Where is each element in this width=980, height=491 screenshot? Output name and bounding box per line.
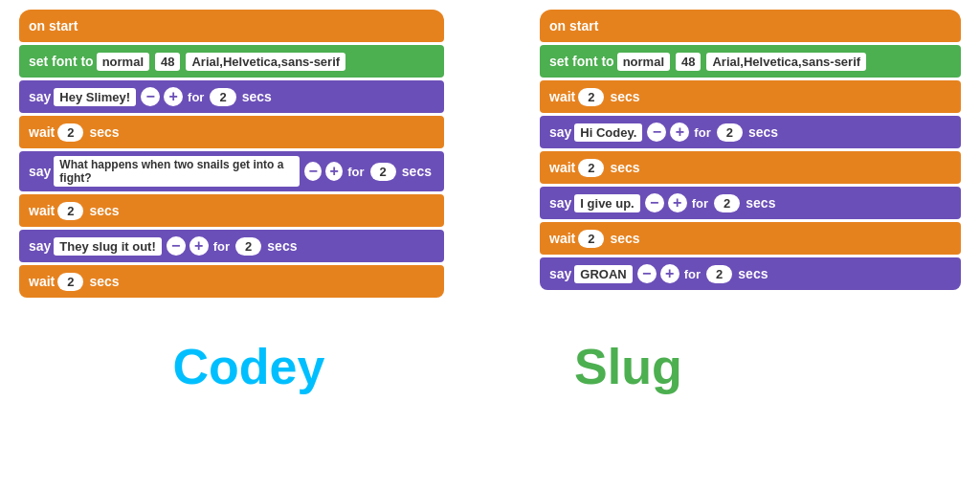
right-say1-label: say [549,124,571,140]
right-say1-secs: secs [748,124,778,140]
on-start-label: on start [29,18,78,33]
right-say3-minus-btn[interactable]: − [637,264,657,283]
right-set-font-label: set font to [549,54,614,69]
right-say1-plus-btn[interactable]: + [670,123,689,142]
right-wait3-val[interactable]: 2 [578,230,604,248]
right-wait1-block[interactable]: wait 2 secs [540,80,961,113]
say1-label: say [29,89,51,104]
right-say2-secs-val[interactable]: 2 [714,194,740,212]
wait3-label: wait [29,274,55,289]
right-script: on start set font to normal 48 Arial,Hel… [540,10,961,300]
right-say2-secs: secs [746,195,775,211]
say3-for: for [213,239,230,254]
right-say3-plus-btn[interactable]: + [660,264,679,283]
right-wait2-label: wait [549,160,575,175]
wait1-label: wait [29,124,55,140]
left-say1-block[interactable]: say Hey Slimey! − + for 2 secs [19,80,444,113]
right-wait2-block[interactable]: wait 2 secs [540,151,961,184]
left-on-start-block[interactable]: on start [19,10,444,42]
left-say3-block[interactable]: say They slug it out! − + for 2 secs [19,230,444,262]
wait1-val[interactable]: 2 [57,123,83,142]
right-set-font-block[interactable]: set font to normal 48 Arial,Helvetica,sa… [540,45,961,78]
codey-label: Codey [173,339,325,394]
right-font-family-input[interactable]: Arial,Helvetica,sans-serif [706,53,866,71]
left-wait1-block[interactable]: wait 2 secs [19,116,444,148]
right-font-size-input[interactable]: 48 [676,53,701,71]
say3-label: say [29,238,51,254]
wait2-label: wait [29,203,55,218]
wait2-secs: secs [89,203,119,218]
right-wait1-label: wait [549,89,575,104]
say1-secs: secs [242,89,272,104]
right-say1-for: for [694,125,710,140]
left-set-font-block[interactable]: set font to normal 48 Arial,Helvetica,sa… [19,45,444,78]
wait1-secs: secs [89,124,119,140]
left-wait2-block[interactable]: wait 2 secs [19,194,444,227]
say3-text-input[interactable]: They slug it out! [54,237,161,256]
wait2-val[interactable]: 2 [57,202,83,220]
right-say2-text-input[interactable]: I give up. [574,194,639,212]
right-say1-secs-val[interactable]: 2 [717,123,743,142]
right-say3-for: for [684,267,701,281]
right-on-start-label: on start [549,18,598,33]
right-say3-label: say [549,266,571,281]
left-wait3-block[interactable]: wait 2 secs [19,265,444,298]
character-labels: Codey Slug [0,319,980,405]
right-say2-plus-btn[interactable]: + [668,193,687,212]
say2-minus-btn[interactable]: − [304,162,322,181]
right-wait3-label: wait [549,231,575,246]
say1-for: for [188,90,204,104]
right-wait2-secs: secs [610,160,639,175]
right-say1-text-input[interactable]: Hi Codey. [574,123,642,142]
say3-plus-btn[interactable]: + [189,236,209,256]
right-font-style-input[interactable]: normal [617,53,670,71]
right-say3-text-input[interactable]: GROAN [574,265,632,283]
right-say1-block[interactable]: say Hi Codey. − + for 2 secs [540,116,961,148]
right-on-start-block[interactable]: on start [540,10,961,42]
right-say3-block[interactable]: say GROAN − + for 2 secs [540,257,961,290]
say1-plus-btn[interactable]: + [164,87,183,106]
font-size-input[interactable]: 48 [155,53,180,71]
wait3-val[interactable]: 2 [57,273,83,291]
right-wait2-val[interactable]: 2 [578,159,604,177]
say3-secs: secs [267,238,297,254]
right-say3-secs: secs [738,266,768,281]
right-say2-label: say [549,195,571,211]
say1-minus-btn[interactable]: − [141,87,160,106]
left-say2-block[interactable]: say What happens when two snails get int… [19,151,444,191]
say1-secs-val[interactable]: 2 [210,88,235,106]
right-wait1-secs: secs [610,89,639,104]
right-say2-block[interactable]: say I give up. − + for 2 secs [540,187,961,219]
right-say3-secs-val[interactable]: 2 [706,265,732,283]
font-family-input[interactable]: Arial,Helvetica,sans-serif [186,53,345,71]
say2-text-input[interactable]: What happens when two snails get into a … [54,156,300,187]
right-wait3-secs: secs [610,231,639,246]
wait3-secs: secs [89,274,119,289]
right-say1-minus-btn[interactable]: − [647,123,666,142]
right-say2-minus-btn[interactable]: − [645,193,664,212]
say2-for: for [347,165,364,179]
say2-secs: secs [402,164,432,179]
say3-minus-btn[interactable]: − [167,236,186,256]
left-script: on start set font to normal 48 Arial,Hel… [19,10,444,300]
font-style-input[interactable]: normal [97,53,149,71]
say3-secs-val[interactable]: 2 [235,237,261,256]
right-wait1-val[interactable]: 2 [578,88,604,106]
set-font-label: set font to [29,54,94,69]
say2-secs-val[interactable]: 2 [370,163,396,181]
right-say2-for: for [692,196,708,211]
slug-label: Slug [574,339,682,394]
say2-label: say [29,164,51,179]
say2-plus-btn[interactable]: + [325,162,343,181]
say1-text-input[interactable]: Hey Slimey! [54,88,136,106]
right-wait3-block[interactable]: wait 2 secs [540,222,961,255]
